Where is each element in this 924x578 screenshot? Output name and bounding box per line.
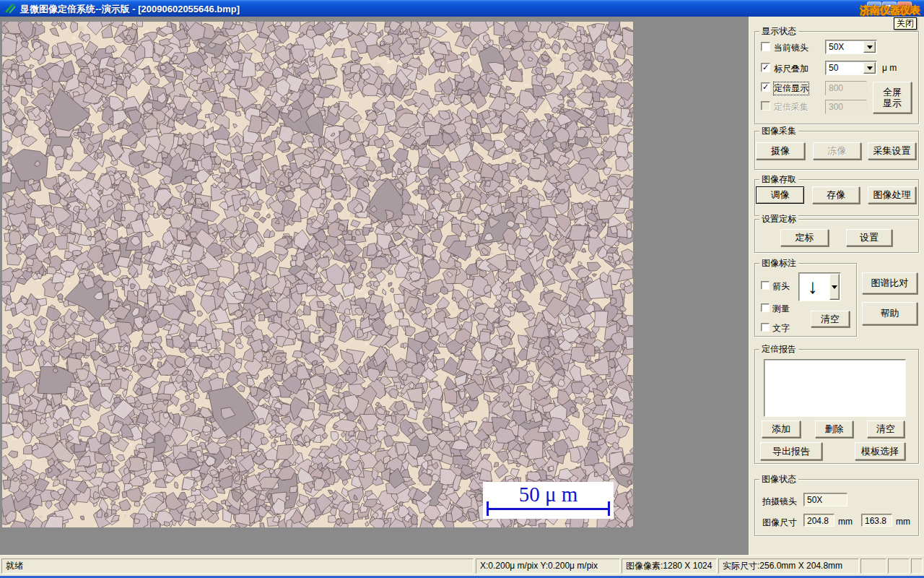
shoot-button[interactable]: 摄像: [756, 142, 805, 160]
scale-overlay-label: 标尺叠加: [774, 63, 808, 75]
close-button[interactable]: ✕: [897, 1, 912, 14]
scale-bar-tick-left: [487, 501, 489, 516]
image-height-unit: mm: [896, 517, 910, 527]
atlas-compare-button[interactable]: 图谱比对: [862, 272, 918, 294]
checkmark-icon: ✓: [762, 82, 769, 91]
measure-checkbox[interactable]: [761, 303, 770, 312]
current-lens-select[interactable]: 50X: [825, 40, 877, 54]
scale-bar-label: 50 μ m: [483, 483, 614, 506]
scale-unit-label: μ m: [882, 63, 897, 73]
scale-value: 50: [829, 63, 838, 73]
client-area: 50 μ m 显示状态 当前镜头 50X ✓ 标尺叠加 50 μ m ✓ 定倍显…: [0, 17, 924, 555]
scale-bar-tick-right: [608, 501, 610, 516]
scale-overlay-checkbox[interactable]: ✓: [761, 63, 770, 72]
group-calibration-title: 设置定标: [759, 215, 798, 224]
arrow-checkbox[interactable]: [761, 281, 770, 290]
annotation-clear-button[interactable]: 清空: [811, 311, 850, 327]
fullscreen-button-line1: 全屏: [883, 87, 902, 98]
status-image-pixels: 图像像素:1280 X 1024: [622, 558, 717, 574]
report-export-button[interactable]: 导出报告: [760, 442, 822, 460]
minimize-button[interactable]: [867, 1, 881, 14]
group-calibration: [754, 219, 919, 253]
group-annotation-title: 图像标注: [759, 259, 798, 268]
fixed-capture-input: 300: [825, 100, 867, 114]
group-image-status-title: 图像状态: [759, 475, 798, 484]
calibrate-button[interactable]: 定标: [780, 229, 829, 246]
status-empty-pane: [911, 558, 923, 574]
help-button[interactable]: 帮助: [862, 302, 918, 325]
measure-label: 测量: [772, 303, 790, 315]
chevron-down-icon[interactable]: [863, 62, 876, 74]
restore-button[interactable]: [882, 1, 897, 14]
fullscreen-button-line2: 显示: [883, 98, 902, 108]
group-capture-title: 图像采集: [759, 126, 798, 136]
current-lens-checkbox[interactable]: [761, 42, 770, 51]
image-height-field: 163.8: [861, 514, 892, 527]
text-label: 文字: [772, 322, 790, 335]
image-width-unit: mm: [838, 517, 853, 527]
title-bar: 显微图像定倍系统--演示版 - [20090602055646.bmp] ✕: [0, 0, 924, 17]
group-report-title: 定倍报告: [759, 345, 798, 354]
window-title: 显微图像定倍系统--演示版 - [20090602055646.bmp]: [20, 3, 240, 16]
capture-lens-field: 50X: [803, 493, 847, 506]
status-empty-pane: [860, 558, 886, 574]
fixed-capture-label: 定倍采集: [774, 101, 808, 113]
chevron-down-icon[interactable]: [863, 41, 876, 53]
arrow-style-select[interactable]: ↓: [798, 272, 841, 301]
checkmark-icon: ✓: [762, 63, 769, 72]
report-clear-button[interactable]: 清空: [867, 420, 905, 438]
micrograph-image[interactable]: [2, 22, 633, 527]
calibration-setup-button[interactable]: 设置: [846, 229, 892, 246]
fixed-display-checkbox[interactable]: ✓: [761, 82, 770, 92]
status-ready: 就绪: [1, 558, 474, 574]
fixed-display-input: 800: [825, 81, 867, 95]
capture-lens-label: 拍摄镜头: [762, 496, 797, 508]
image-width-field: 204.8: [803, 514, 834, 527]
down-arrow-icon: ↓: [808, 275, 818, 299]
image-process-button[interactable]: 图像处理: [868, 186, 916, 204]
status-pixel-scale: X:0.200μ m/pix Y:0.200μ m/pix: [476, 558, 620, 574]
report-delete-button[interactable]: 删除: [815, 420, 853, 438]
image-size-label: 图像尺寸: [762, 517, 797, 529]
minimize-icon: [871, 9, 876, 12]
status-actual-size: 实际尺寸:256.0mm X 204.8mm: [718, 558, 859, 574]
group-display-status-title: 显示状态: [759, 27, 798, 36]
fullscreen-button[interactable]: 全屏 显示: [873, 82, 912, 113]
fixed-capture-checkbox: [761, 101, 770, 111]
scale-value-select[interactable]: 50: [825, 61, 877, 75]
status-bar: 就绪 X:0.200μ m/pix Y:0.200μ m/pix 图像像素:12…: [0, 555, 924, 577]
load-image-button[interactable]: 调像: [756, 186, 804, 204]
current-lens-label: 当前镜头: [774, 42, 808, 54]
app-icon: [4, 2, 17, 14]
arrow-label: 箭头: [772, 280, 790, 293]
restore-icon: [886, 5, 894, 12]
save-image-button[interactable]: 存像: [812, 186, 860, 204]
status-empty-pane: [888, 558, 910, 574]
scale-bar-overlay: 50 μ m: [483, 482, 614, 519]
control-panel: 显示状态 当前镜头 50X ✓ 标尺叠加 50 μ m ✓ 定倍显示 800 定…: [749, 17, 924, 555]
text-checkbox[interactable]: [761, 323, 770, 332]
close-icon: ✕: [901, 4, 907, 12]
fixed-display-label: 定倍显示: [774, 82, 808, 95]
report-listbox[interactable]: [764, 359, 906, 417]
close-tooltip: 关闭: [894, 17, 917, 30]
group-storage-title: 图像存取: [759, 175, 798, 184]
current-lens-value: 50X: [829, 42, 844, 52]
chevron-down-icon[interactable]: [829, 274, 840, 300]
scale-bar-line: [487, 508, 610, 510]
template-select-button[interactable]: 模板选择: [855, 442, 905, 460]
freeze-button: 冻像: [813, 142, 861, 160]
capture-settings-button[interactable]: 采集设置: [868, 142, 916, 160]
report-add-button[interactable]: 添加: [762, 420, 801, 438]
